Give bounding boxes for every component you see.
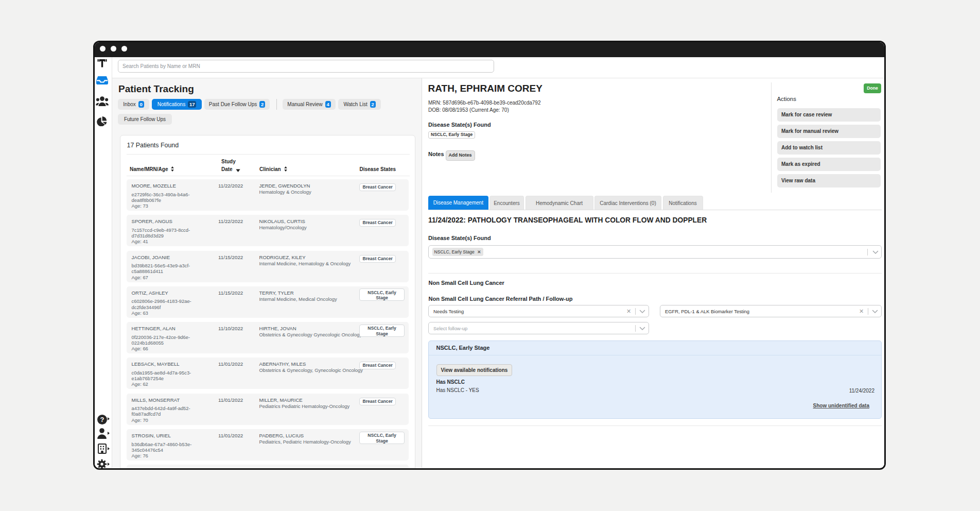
svg-text:?: ? <box>100 416 104 423</box>
